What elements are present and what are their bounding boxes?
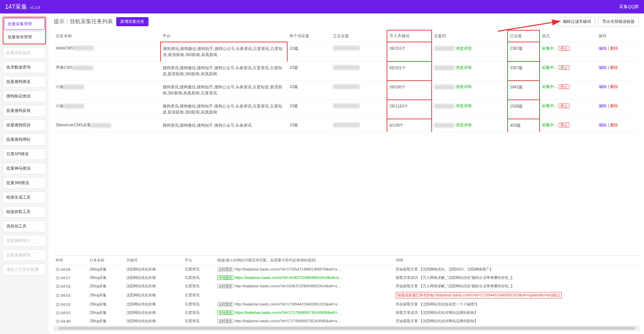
browse-detail-link[interactable]: 浏览详情 — [456, 65, 472, 70]
table-row: 小旋搜狗资讯,搜狗微信,搜狗知乎,搜狗公众号,头条资讯,百度资讯,百度知道,新浪… — [54, 100, 639, 119]
task-name: dedeCMS — [56, 46, 74, 50]
keyword-count: 39/180个 — [389, 85, 406, 89]
platforms-cell: 搜狗资讯,搜狗微信,搜狗知乎,搜狗公众号,头条资讯,百度资讯,百度知道,新浪新闻… — [163, 46, 285, 58]
stop-button[interactable]: 停止 — [559, 103, 569, 108]
browse-detail-link[interactable]: 浏览详情 — [456, 84, 472, 89]
log-col-header: 详情 — [394, 256, 639, 265]
per-word: 10篇 — [289, 65, 298, 70]
task-name: 小旋 — [56, 103, 64, 108]
delete-link[interactable]: 删除 — [610, 84, 618, 89]
local-preview-badge[interactable]: 本地预览 — [217, 310, 233, 315]
sidebar-item[interactable]: 批量神马推送 — [3, 163, 46, 174]
log-url[interactable]: http://baijiahao.baidu.com/s?id=16363722… — [235, 284, 341, 288]
status-text: 采集中... — [542, 65, 557, 70]
per-word: 10篇 — [289, 84, 298, 89]
browse-detail-link[interactable]: 浏览详情 — [456, 46, 472, 51]
sidebar-item-publish-manage[interactable]: 批量发布管理 — [4, 31, 45, 43]
sidebar-item[interactable]: 批量搜狗推送 — [3, 76, 46, 88]
log-platform: 百度资讯 — [183, 300, 215, 308]
log-url[interactable]: http://baijiahao.baidu.com/s?id=17185443… — [235, 302, 341, 306]
delete-link[interactable]: 删除 — [610, 46, 618, 51]
log-url[interactable]: https://baijiahao.baidu.com/s?id=1636372… — [235, 276, 343, 280]
remote-preview-badge[interactable]: 远程预览 — [217, 319, 233, 323]
stop-button[interactable]: 停止 — [559, 65, 569, 70]
status-text: 采集中... — [542, 46, 557, 51]
log-url[interactable]: https://baijiahao.baidu.com/s?id=1717999… — [235, 310, 341, 315]
delete-link[interactable]: 删除 — [610, 103, 618, 108]
log-time: 21:04:53: — [54, 300, 88, 308]
sidebar: 批量采集管理 批量发布管理 批量排名监控收录数据查询批量搜狗推送搜狗验证推送批量… — [0, 13, 49, 334]
sidebar-item: 域名三方安全检测 — [3, 264, 46, 276]
export-errors-button[interactable]: 导出全部错误链接 — [598, 17, 639, 27]
log-table: 时间任务名称关键词平台链接(最小的网站可能没有匹配，如需要可群内反馈增加规则)详… — [54, 256, 639, 325]
stop-button[interactable]: 停止 — [559, 123, 569, 127]
sidebar-item[interactable]: 批量搜狗绑站 — [3, 134, 46, 145]
horizontal-scrollbar[interactable] — [54, 326, 639, 331]
filter-keywords-button[interactable]: 编辑过滤关键词 — [558, 17, 595, 27]
log-row: 21:04:57: ZBlog采集 沈阳网站优化价格 百度资讯 本地预览http… — [54, 274, 639, 282]
log-platform: 百度资讯 — [183, 290, 215, 300]
collected-count: 3357篇 — [510, 66, 523, 70]
per-word: 10篇 — [290, 46, 298, 51]
blurred-text — [91, 123, 111, 128]
app-header: 147采集 v1.1.8 采集QQ群 — [0, 0, 644, 13]
keyword-count: 65/151个 — [389, 66, 406, 70]
app-version: v1.1.8 — [30, 5, 40, 9]
log-keyword: 沈阳网站优化价格 — [124, 282, 183, 290]
sidebar-item[interactable]: 批量360推送 — [3, 177, 46, 189]
log-row: 21:04:52: ZBlog采集 沈阳网站优化价格 百度资讯 本地预览http… — [54, 308, 639, 317]
blurred-text — [73, 66, 93, 70]
log-task: ZBlog采集 — [88, 317, 124, 325]
platforms-cell: 搜狗资讯,搜狗微信,搜狗知乎,搜狗公众号,头条资讯 — [163, 122, 286, 128]
sidebar-item[interactable]: 搜狗验证推送 — [3, 90, 46, 102]
edit-link[interactable]: 编辑 — [599, 123, 607, 127]
sidebar-item: 批量排名监控 — [3, 47, 46, 59]
log-url[interactable]: http://baijiahao.baidu.com/s?id=17185471… — [235, 267, 341, 271]
status-text: 采集中... — [542, 123, 557, 127]
log-url[interactable]: http://baijiahao.baidu.com/s?id=17179990… — [235, 319, 341, 323]
blurred-text — [434, 85, 454, 89]
edit-link[interactable]: 编辑 — [599, 84, 607, 89]
sidebar-item[interactable]: 伪原创工具 — [3, 220, 46, 232]
sidebar-item[interactable]: 链接生成工具 — [3, 192, 46, 203]
edit-link[interactable]: 编辑 — [599, 103, 607, 108]
sidebar-highlight-box: 批量采集管理 批量发布管理 — [3, 17, 46, 44]
log-panel: 时间任务名称关键词平台链接(最小的网站可能没有匹配，如需要可群内反馈增加规则)详… — [54, 255, 639, 331]
sidebar-item[interactable]: 链接抓取工具 — [3, 206, 46, 218]
blurred-text — [434, 104, 454, 109]
log-detail: 开始获取文章 【沈阳网站优化告诉您一个小秘密!】 — [396, 302, 479, 306]
edit-link[interactable]: 编辑 — [599, 65, 607, 70]
sidebar-item-collect-manage[interactable]: 批量采集管理 — [4, 18, 45, 30]
task-col-header: 采集到 — [432, 30, 507, 42]
blurred-text — [434, 66, 454, 70]
log-detail: 开始获取文章 【沈阳网站优化对网站品牌的影响】 — [396, 319, 478, 323]
delete-link[interactable]: 删除 — [610, 123, 618, 127]
qq-group-link[interactable]: 采集QQ群 — [619, 4, 639, 10]
stop-button[interactable]: 停止 — [559, 46, 569, 51]
collected-count: 2387篇 — [510, 46, 523, 51]
remote-preview-badge[interactable]: 远程预览 — [217, 267, 233, 272]
log-row: 21:04:48: ZBlog采集 沈阳网站优化价格 百度资讯 远程预览http… — [54, 317, 639, 325]
add-task-button[interactable]: 新增采集任务 — [116, 17, 148, 26]
table-row: 苹果CMS搜狗资讯,搜狗微信,搜狗知乎,搜狗公众号,头条资讯,百度资讯,百度知道… — [54, 61, 639, 81]
log-keyword: 沈阳网站优化价格 — [124, 317, 183, 325]
stop-button[interactable]: 停止 — [559, 84, 569, 89]
sidebar-item[interactable]: 批量搜狗投诉 — [3, 119, 46, 131]
log-col-header: 时间 — [54, 256, 88, 265]
browse-detail-link[interactable]: 浏览详情 — [456, 123, 472, 127]
sidebar-item[interactable]: 收录数据查询 — [3, 61, 46, 73]
sidebar-item[interactable]: 百度API推送 — [3, 148, 46, 160]
platforms-cell: 搜狗资讯,搜狗微信,搜狗知乎,搜狗公众号,头条资讯,百度资讯,百度知道,新浪新闻… — [163, 103, 286, 115]
remote-preview-badge[interactable]: 远程预览 — [217, 284, 233, 288]
remote-preview-badge[interactable]: 远程预览 — [217, 302, 233, 306]
table-row: 小旋搜狗资讯,搜狗微信,搜狗知乎,搜狗公众号,头条资讯,百度知道,新浪新闻,36… — [54, 81, 639, 100]
edit-link[interactable]: 编辑 — [599, 46, 607, 51]
sidebar-item[interactable]: 批量搜狗反馈 — [3, 105, 46, 117]
local-preview-badge[interactable]: 本地预览 — [217, 276, 233, 280]
delete-link[interactable]: 删除 — [610, 65, 618, 70]
browse-detail-link[interactable]: 浏览详情 — [456, 103, 472, 108]
log-detail: 开始获取文章 【沈阳网络优化、沈阳SEO、沈阳网络推广】 — [396, 267, 493, 271]
log-keyword: 沈阳网站优化价格 — [124, 265, 183, 274]
keyword-count: 6/239个 — [389, 123, 403, 128]
log-keyword: 沈阳网站优化价格 — [124, 300, 183, 308]
